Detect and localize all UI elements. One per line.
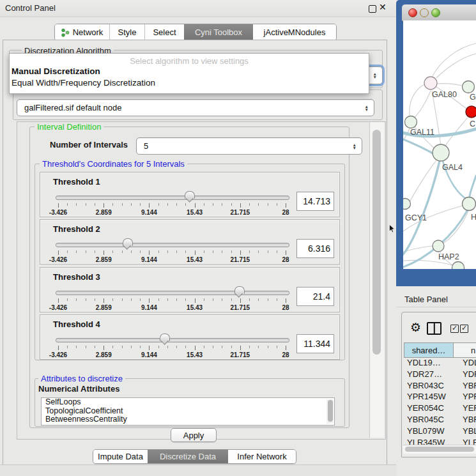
tab-select[interactable]: Select bbox=[144, 24, 184, 40]
node-table-rows[interactable]: YDL19…YDL1YDR27…YDR2YBR043CYBR0YPR145WYP… bbox=[404, 357, 476, 445]
node-h[interactable] bbox=[463, 197, 476, 211]
settings-vertical-scrollbar[interactable] bbox=[369, 122, 384, 438]
table-cell[interactable]: YDL19… bbox=[407, 357, 441, 369]
slider-thumb[interactable] bbox=[160, 334, 170, 341]
checkbox-icon-2[interactable]: ✓ bbox=[460, 325, 468, 333]
table-cell[interactable]: YBR043C bbox=[407, 380, 444, 392]
tab-jactivemnodules[interactable]: jActiveMNodules bbox=[253, 24, 336, 40]
table-cell[interactable]: YBR0 bbox=[463, 414, 476, 426]
network-canvas[interactable]: GAL80 GA C GAL11 GAL4 GCY1 H HAP2 bbox=[403, 20, 476, 269]
node-label-gal11: GAL11 bbox=[410, 128, 434, 137]
table-row[interactable]: YER054CYER0 bbox=[404, 403, 476, 414]
table-cell[interactable]: YBL0 bbox=[463, 426, 476, 437]
column-header-name[interactable]: n bbox=[453, 342, 476, 358]
table-cell[interactable]: YDL1 bbox=[463, 357, 476, 369]
slider-thumb[interactable] bbox=[185, 191, 195, 199]
tick-label: 9.144 bbox=[141, 256, 157, 263]
slider-track[interactable] bbox=[56, 291, 289, 295]
attribute-list-item[interactable]: BetweennessCentrality bbox=[42, 415, 334, 424]
node-top-right[interactable] bbox=[463, 81, 475, 93]
table-row[interactable]: YPR145WYPR1 bbox=[404, 391, 476, 403]
table-row[interactable]: YBL079WYBL0 bbox=[404, 426, 476, 437]
split-columns-icon[interactable] bbox=[427, 322, 441, 335]
checkbox-icon-1[interactable]: ✓ bbox=[450, 325, 459, 333]
slider-tick-labels: -3.4262.8599.14415.4321.71528 bbox=[58, 256, 286, 263]
minimize-traffic-light-icon[interactable] bbox=[420, 8, 429, 17]
table-row[interactable]: YLR345WYLR3 bbox=[404, 437, 476, 445]
tab-cyni-toolbox[interactable]: Cyni Toolbox bbox=[184, 24, 253, 40]
table-cell[interactable]: YBR045C bbox=[407, 414, 444, 426]
attribute-list-item[interactable]: SelfLoops bbox=[42, 398, 334, 407]
table-data-combobox[interactable]: galFiltered.sif default node ▲▼ bbox=[17, 99, 374, 116]
table-cell[interactable]: YER054C bbox=[407, 403, 444, 414]
number-of-intervals-spinner[interactable]: 5 ▲▼ bbox=[136, 137, 362, 155]
column-header-shared-name[interactable]: shared… bbox=[404, 342, 454, 358]
threshold-1-slider[interactable]: -3.4262.8599.14415.4321.71528 bbox=[56, 191, 288, 215]
numerical-attributes-list[interactable]: SelfLoopsTopologicalCoefficientBetweenne… bbox=[41, 397, 335, 426]
table-row[interactable]: YBR043CYBR0 bbox=[404, 380, 476, 392]
numerical-attributes-label: Numerical Attributes bbox=[38, 384, 119, 394]
tab-style[interactable]: Style bbox=[109, 24, 144, 40]
threshold-3-value-field[interactable] bbox=[296, 287, 334, 306]
node-bottom[interactable] bbox=[452, 262, 464, 270]
scrollbar-thumb[interactable] bbox=[372, 130, 381, 355]
table-cell[interactable]: YLR3 bbox=[463, 437, 476, 445]
scrollbar-thumb[interactable] bbox=[405, 447, 474, 452]
table-cell[interactable]: YLR345W bbox=[407, 437, 445, 445]
network-window-titlebar[interactable] bbox=[402, 4, 476, 21]
table-cell[interactable]: YBR0 bbox=[463, 380, 476, 392]
node-hap2[interactable] bbox=[433, 240, 444, 252]
node-gcy1[interactable] bbox=[403, 199, 411, 210]
threshold-1-value-field[interactable] bbox=[296, 192, 334, 211]
gear-icon[interactable]: ⚙ bbox=[410, 320, 421, 335]
tick-label: 21.715 bbox=[231, 304, 250, 311]
tab-label: Impute Data bbox=[98, 452, 143, 461]
node-gal11[interactable] bbox=[405, 116, 417, 128]
slider-track[interactable] bbox=[56, 338, 289, 342]
table-horizontal-scrollbar[interactable] bbox=[403, 445, 476, 454]
table-cell[interactable]: YDR27… bbox=[407, 369, 442, 380]
control-panel-titlebar: Control Panel ✕ bbox=[0, 0, 396, 17]
tab-discretize-data[interactable]: Discretize Data bbox=[148, 450, 228, 463]
apply-button[interactable]: Apply bbox=[171, 428, 217, 442]
threshold-2-value-field[interactable] bbox=[296, 239, 334, 258]
table-row[interactable]: YDL19…YDL1 bbox=[404, 357, 476, 369]
attribute-list-item[interactable]: TopologicalCoefficient bbox=[42, 407, 334, 416]
tab-label: Discretize Data bbox=[160, 452, 216, 461]
list-scrollbar[interactable] bbox=[326, 399, 334, 424]
threshold-1-label: Threshold 1 bbox=[53, 177, 100, 187]
slider-tick-labels: -3.4262.8599.14415.4321.71528 bbox=[58, 351, 286, 358]
slider-thumb[interactable] bbox=[123, 238, 133, 246]
threshold-2-slider[interactable]: -3.4262.8599.14415.4321.71528 bbox=[56, 238, 288, 263]
tab-network[interactable]: Network bbox=[55, 24, 109, 40]
slider-track[interactable] bbox=[56, 196, 289, 200]
zoom-traffic-light-icon[interactable] bbox=[431, 8, 440, 17]
thresholds-group-title: Threshold's Coordinates for 5 Intervals bbox=[40, 159, 187, 169]
screen: Control Panel ✕ Network Style Select Cyn… bbox=[0, 0, 476, 476]
tab-impute-data[interactable]: Impute Data bbox=[93, 450, 148, 463]
tab-infer-network[interactable]: Infer Network bbox=[228, 450, 296, 463]
slider-track[interactable] bbox=[56, 243, 289, 247]
popup-option-equal-width-frequency[interactable]: Equal Width/Frequency Discretization bbox=[12, 78, 155, 88]
tick-label: 15.43 bbox=[187, 209, 203, 216]
float-window-icon[interactable] bbox=[369, 5, 376, 13]
table-row[interactable]: YBR045CYBR0 bbox=[404, 414, 476, 426]
node-red-selected[interactable] bbox=[466, 106, 476, 118]
table-cell[interactable]: YPR1 bbox=[463, 391, 476, 403]
close-traffic-light-icon[interactable] bbox=[408, 8, 417, 17]
node-gal80[interactable] bbox=[424, 77, 437, 89]
slider-thumb[interactable] bbox=[234, 286, 245, 294]
table-cell[interactable]: YPR145W bbox=[407, 391, 446, 403]
table-cell[interactable]: YER0 bbox=[463, 403, 476, 414]
threshold-4-value-field[interactable] bbox=[296, 334, 334, 353]
tick-label: 9.144 bbox=[141, 304, 157, 311]
threshold-4-slider[interactable]: -3.4262.8599.14415.4321.71528 bbox=[56, 334, 288, 358]
threshold-2-label: Threshold 2 bbox=[53, 224, 100, 234]
table-row[interactable]: YDR27…YDR2 bbox=[404, 369, 476, 380]
table-cell[interactable]: YDR2 bbox=[463, 369, 476, 380]
node-gal4[interactable] bbox=[433, 144, 449, 161]
popup-option-manual-discretization[interactable]: Manual Discretization bbox=[12, 66, 100, 76]
table-cell[interactable]: YBL079W bbox=[407, 426, 445, 437]
threshold-3-slider[interactable]: -3.4262.8599.14415.4321.71528 bbox=[56, 286, 288, 311]
close-icon[interactable]: ✕ bbox=[379, 2, 387, 12]
